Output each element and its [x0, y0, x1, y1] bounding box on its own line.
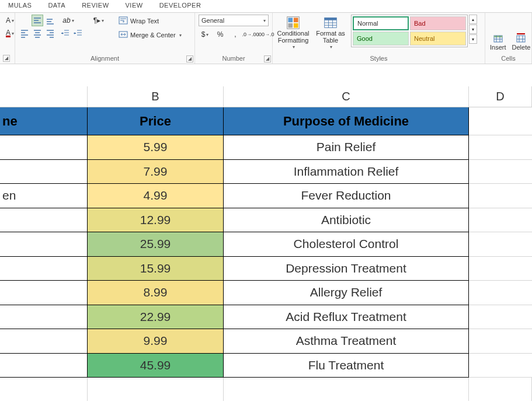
alignment-dialog-launcher[interactable]: ◢	[186, 55, 193, 62]
tab-formulas[interactable]: MULAS	[0, 0, 40, 12]
comma-format-button[interactable]: ,	[229, 29, 242, 40]
align-top-button[interactable]	[19, 15, 30, 26]
col-header-d[interactable]: D	[469, 86, 532, 107]
cell-empty[interactable]	[469, 160, 532, 184]
cell-purpose[interactable]: Acid Reflux Treatment	[224, 305, 469, 330]
align-center-button[interactable]	[32, 27, 43, 39]
style-good[interactable]: Good	[353, 32, 409, 46]
cell-empty[interactable]	[469, 184, 532, 208]
cell-purpose[interactable]: Cholesterol Control	[224, 232, 469, 257]
align-right-button[interactable]	[44, 27, 56, 39]
align-middle-button[interactable]	[32, 15, 43, 26]
cell-name[interactable]	[0, 232, 88, 257]
cell-name[interactable]	[0, 135, 88, 160]
ribbon: A▾ A▾ ◢ ab▾	[0, 13, 532, 64]
format-as-table-button[interactable]: Format as Table▾	[314, 15, 347, 52]
header-cell-a[interactable]: ne	[0, 107, 88, 135]
cell-price[interactable]: 45.99	[88, 354, 224, 378]
cell-purpose[interactable]: Fever Reduction	[224, 184, 469, 208]
cell-price[interactable]: 5.99	[88, 135, 224, 160]
cell-price[interactable]: 12.99	[88, 208, 224, 233]
cell-empty[interactable]	[469, 305, 532, 330]
style-neutral[interactable]: Neutral	[410, 32, 466, 46]
cell-purpose[interactable]: Inflammation Relief	[224, 160, 469, 184]
decrease-indent-button[interactable]	[60, 27, 71, 39]
conditional-formatting-button[interactable]: Conditional Formatting▾	[276, 15, 310, 52]
cell-purpose[interactable]: Flu Treatment	[224, 354, 469, 378]
gallery-down-button[interactable]: ▾	[469, 25, 477, 34]
cell-name[interactable]: en	[0, 184, 88, 208]
cell-empty[interactable]	[469, 257, 532, 281]
tab-review[interactable]: REVIEW	[74, 0, 117, 12]
cell-name[interactable]	[0, 354, 88, 378]
cell-name[interactable]	[0, 305, 88, 330]
gallery-up-button[interactable]: ▴	[469, 15, 477, 24]
cell-purpose[interactable]: Pain Relief	[224, 135, 469, 160]
gallery-scroll: ▴ ▾ ▾	[469, 15, 477, 47]
tab-view[interactable]: VIEW	[117, 0, 151, 12]
col-header-c[interactable]: C	[224, 86, 469, 107]
empty-cell[interactable]	[0, 378, 88, 401]
empty-cell[interactable]	[224, 378, 469, 401]
empty-cell[interactable]	[88, 378, 224, 401]
cell-purpose[interactable]: Asthma Treatment	[224, 329, 469, 354]
cell-price[interactable]: 8.99	[88, 281, 224, 305]
orientation-button[interactable]: ab▾	[60, 15, 77, 26]
tab-developer[interactable]: DEVELOPER	[151, 0, 210, 12]
number-dialog-launcher[interactable]: ◢	[264, 55, 271, 62]
empty-cell[interactable]	[469, 378, 532, 401]
align-bottom-button[interactable]	[44, 15, 56, 26]
align-left-button[interactable]	[19, 27, 30, 39]
percent-format-button[interactable]: %	[214, 29, 227, 40]
cell-price[interactable]: 22.99	[88, 305, 224, 330]
header-cell-c[interactable]: Purpose of Medicine	[224, 107, 469, 135]
gallery-more-button[interactable]: ▾	[469, 34, 477, 44]
cell-name[interactable]	[0, 281, 88, 305]
cell-name[interactable]	[0, 329, 88, 354]
increase-decimal-button[interactable]: .0→.00	[244, 29, 257, 40]
merge-center-button[interactable]: Merge & Center ▾	[114, 29, 186, 41]
wrap-text-button[interactable]: Wrap Text	[114, 15, 186, 27]
tab-data[interactable]: DATA	[40, 0, 74, 12]
dollar-icon: $	[201, 30, 206, 39]
insert-label: Insert	[490, 44, 506, 51]
cell-empty[interactable]	[469, 208, 532, 233]
font-dialog-launcher[interactable]: ◢	[3, 55, 10, 62]
number-format-select[interactable]: General ▾	[199, 15, 269, 26]
cell-price[interactable]: 25.99	[88, 232, 224, 257]
cell-name[interactable]	[0, 160, 88, 184]
worksheet-grid: ne Price Purpose of Medicine 5.99Pain Re…	[0, 107, 532, 401]
cell-empty[interactable]	[469, 232, 532, 257]
header-cell-d[interactable]	[469, 107, 532, 135]
cell-empty[interactable]	[469, 281, 532, 305]
increase-indent-button[interactable]	[72, 27, 84, 39]
decrease-decimal-button[interactable]: .00→.0	[259, 29, 272, 40]
insert-cells-button[interactable]: Insert	[489, 15, 507, 52]
accounting-format-button[interactable]: $▾	[199, 29, 211, 40]
cell-price[interactable]: 4.99	[88, 184, 224, 208]
cell-purpose[interactable]: Depression Treatment	[224, 257, 469, 281]
cell-price[interactable]: 15.99	[88, 257, 224, 281]
delete-cells-button[interactable]: Delete	[511, 15, 532, 52]
increase-decimal-icon: .0→.00	[242, 32, 259, 37]
cell-name[interactable]	[0, 257, 88, 281]
style-bad[interactable]: Bad	[410, 16, 466, 30]
col-header-a[interactable]	[0, 86, 88, 107]
font-color-button[interactable]: A▾	[4, 27, 16, 39]
cell-empty[interactable]	[469, 329, 532, 354]
cell-price[interactable]: 7.99	[88, 160, 224, 184]
col-header-b[interactable]: B	[88, 86, 224, 107]
caret-icon: ▾	[293, 44, 295, 51]
increase-font-button[interactable]: A▾	[4, 15, 16, 26]
style-normal[interactable]: Normal	[353, 16, 409, 30]
cell-name[interactable]	[0, 208, 88, 233]
cell-purpose[interactable]: Allergy Relief	[224, 281, 469, 305]
cell-purpose[interactable]: Antibiotic	[224, 208, 469, 233]
percent-icon: %	[217, 30, 224, 39]
header-cell-b[interactable]: Price	[88, 107, 224, 135]
ltr-button[interactable]: ¶▸▾	[90, 15, 107, 26]
cell-price[interactable]: 9.99	[88, 329, 224, 354]
cell-empty[interactable]	[469, 354, 532, 378]
cell-empty[interactable]	[469, 135, 532, 160]
table-row: 9.99Asthma Treatment	[0, 329, 532, 354]
